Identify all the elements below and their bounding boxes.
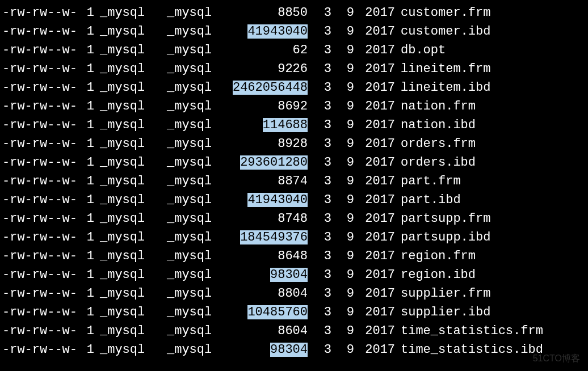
listing-row[interactable]: -rw-rw--w-1_mysql_mysql8928392017orders.… <box>2 134 586 153</box>
group: _mysql <box>153 340 219 359</box>
listing-row[interactable]: -rw-rw--w-1_mysql_mysql8748392017partsup… <box>2 209 586 228</box>
group: _mysql <box>153 97 219 116</box>
file-name: customer.frm <box>395 3 490 22</box>
date-month: 3 <box>308 172 331 191</box>
link-count: 1 <box>79 60 94 78</box>
listing-row[interactable]: -rw-rw--w-1_mysql_mysql8692392017nation.… <box>2 97 586 116</box>
date-day: 9 <box>331 41 354 60</box>
group: _mysql <box>153 284 219 303</box>
date-month: 3 <box>308 41 331 60</box>
permissions: -rw-rw--w- <box>2 22 79 41</box>
listing-row[interactable]: -rw-rw--w-1_mysql_mysql10485760392017sup… <box>2 303 586 322</box>
link-count: 1 <box>79 116 94 134</box>
link-count: 1 <box>79 78 94 97</box>
terminal-output[interactable]: -rw-rw--w-1_mysql_mysql8850392017custome… <box>2 3 586 359</box>
group: _mysql <box>153 265 219 284</box>
group: _mysql <box>153 153 219 172</box>
permissions: -rw-rw--w- <box>2 97 79 116</box>
file-name: supplier.frm <box>395 284 490 303</box>
file-name: part.ibd <box>395 191 461 209</box>
listing-row[interactable]: -rw-rw--w-1_mysql_mysql98304392017time_s… <box>2 340 586 359</box>
file-size: 293601280 <box>219 153 308 172</box>
permissions: -rw-rw--w- <box>2 191 79 209</box>
date-month: 3 <box>308 284 331 303</box>
listing-row[interactable]: -rw-rw--w-1_mysql_mysql8874392017part.fr… <box>2 172 586 191</box>
date-year: 2017 <box>354 153 395 172</box>
permissions: -rw-rw--w- <box>2 284 79 303</box>
date-day: 9 <box>331 134 354 153</box>
listing-row[interactable]: -rw-rw--w-1_mysql_mysql2462056448392017l… <box>2 78 586 97</box>
date-day: 9 <box>331 97 354 116</box>
permissions: -rw-rw--w- <box>2 340 79 359</box>
file-size: 8692 <box>219 97 308 116</box>
permissions: -rw-rw--w- <box>2 265 79 284</box>
listing-row[interactable]: -rw-rw--w-1_mysql_mysql8604392017time_st… <box>2 322 586 340</box>
owner: _mysql <box>94 78 153 97</box>
date-year: 2017 <box>354 134 395 153</box>
file-name: region.ibd <box>395 265 476 284</box>
listing-row[interactable]: -rw-rw--w-1_mysql_mysql98304392017region… <box>2 265 586 284</box>
link-count: 1 <box>79 97 94 116</box>
listing-row[interactable]: -rw-rw--w-1_mysql_mysql62392017db.opt <box>2 41 586 60</box>
date-year: 2017 <box>354 340 395 359</box>
date-day: 9 <box>331 209 354 228</box>
listing-row[interactable]: -rw-rw--w-1_mysql_mysql41943040392017par… <box>2 191 586 209</box>
owner: _mysql <box>94 41 153 60</box>
owner: _mysql <box>94 22 153 41</box>
link-count: 1 <box>79 172 94 191</box>
date-day: 9 <box>331 303 354 322</box>
group: _mysql <box>153 247 219 265</box>
permissions: -rw-rw--w- <box>2 303 79 322</box>
owner: _mysql <box>94 134 153 153</box>
date-month: 3 <box>308 228 331 247</box>
listing-row[interactable]: -rw-rw--w-1_mysql_mysql41943040392017cus… <box>2 22 586 41</box>
listing-row[interactable]: -rw-rw--w-1_mysql_mysql293601280392017or… <box>2 153 586 172</box>
listing-row[interactable]: -rw-rw--w-1_mysql_mysql184549376392017pa… <box>2 228 586 247</box>
file-size: 184549376 <box>219 228 308 247</box>
permissions: -rw-rw--w- <box>2 116 79 134</box>
link-count: 1 <box>79 284 94 303</box>
group: _mysql <box>153 191 219 209</box>
date-year: 2017 <box>354 78 395 97</box>
date-month: 3 <box>308 22 331 41</box>
listing-row[interactable]: -rw-rw--w-1_mysql_mysql8648392017region.… <box>2 247 586 265</box>
date-month: 3 <box>308 191 331 209</box>
file-name: partsupp.frm <box>395 209 490 228</box>
date-day: 9 <box>331 340 354 359</box>
owner: _mysql <box>94 97 153 116</box>
link-count: 1 <box>79 134 94 153</box>
file-size: 98304 <box>219 340 308 359</box>
file-size: 62 <box>219 41 308 60</box>
listing-row[interactable]: -rw-rw--w-1_mysql_mysql9226392017lineite… <box>2 60 586 78</box>
file-size: 2462056448 <box>219 78 308 97</box>
date-year: 2017 <box>354 60 395 78</box>
file-name: db.opt <box>395 41 446 60</box>
owner: _mysql <box>94 116 153 134</box>
listing-row[interactable]: -rw-rw--w-1_mysql_mysql114688392017natio… <box>2 116 586 134</box>
link-count: 1 <box>79 340 94 359</box>
date-year: 2017 <box>354 265 395 284</box>
file-name: customer.ibd <box>395 22 490 41</box>
file-name: nation.ibd <box>395 116 476 134</box>
file-name: orders.ibd <box>395 153 476 172</box>
owner: _mysql <box>94 247 153 265</box>
permissions: -rw-rw--w- <box>2 41 79 60</box>
date-day: 9 <box>331 322 354 340</box>
date-year: 2017 <box>354 172 395 191</box>
date-day: 9 <box>331 284 354 303</box>
owner: _mysql <box>94 153 153 172</box>
date-month: 3 <box>308 78 331 97</box>
owner: _mysql <box>94 303 153 322</box>
file-size: 8850 <box>219 3 308 22</box>
listing-row[interactable]: -rw-rw--w-1_mysql_mysql8850392017custome… <box>2 3 586 22</box>
date-month: 3 <box>308 322 331 340</box>
listing-row[interactable]: -rw-rw--w-1_mysql_mysql8804392017supplie… <box>2 284 586 303</box>
file-name: nation.frm <box>395 97 476 116</box>
permissions: -rw-rw--w- <box>2 60 79 78</box>
date-year: 2017 <box>354 247 395 265</box>
link-count: 1 <box>79 22 94 41</box>
date-day: 9 <box>331 247 354 265</box>
date-month: 3 <box>308 340 331 359</box>
permissions: -rw-rw--w- <box>2 209 79 228</box>
date-day: 9 <box>331 22 354 41</box>
